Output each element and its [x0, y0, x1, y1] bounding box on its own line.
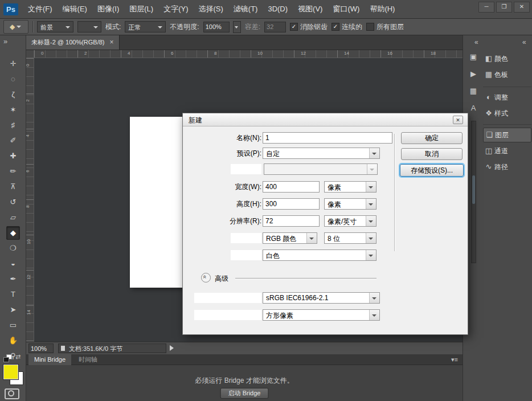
contiguous-checkbox[interactable]: ✓ 连续的	[332, 22, 362, 32]
preset-select[interactable]: 自定	[263, 148, 380, 159]
toolbar-collapse-button[interactable]: »	[3, 37, 7, 46]
menu-item-layer[interactable]: 图层(L)	[124, 0, 158, 18]
all-layers-label: 所有图层	[377, 22, 404, 32]
crop-tool-button[interactable]: ♯	[6, 118, 20, 132]
panel-icon-swatch-grid[interactable]: ▦	[466, 84, 481, 98]
chevron-down-icon	[91, 22, 101, 32]
all-layers-checkbox[interactable]: 所有图层	[366, 22, 404, 32]
foreground-color-swatch[interactable]	[3, 365, 18, 379]
panel-button-adjustments[interactable]: ◐调整	[483, 90, 531, 105]
tab-mini-bridge[interactable]: Mini Bridge	[28, 354, 71, 365]
menu-item-window[interactable]: 窗口(W)	[328, 0, 365, 18]
dock-collapse-button[interactable]: «	[474, 38, 478, 46]
panel-button-paths[interactable]: ∿路径	[483, 159, 531, 174]
width-input[interactable]	[263, 181, 320, 193]
panel-button-swatches[interactable]: ▦色板	[483, 67, 531, 82]
opacity-field[interactable]	[203, 22, 230, 32]
dialog-close-button[interactable]: ✕	[453, 116, 463, 124]
menu-item-file[interactable]: 文件(F)	[23, 0, 58, 18]
healing-brush-tool-button[interactable]: ✚	[6, 149, 20, 163]
marquee-tool-button[interactable]: ◌	[6, 72, 20, 86]
name-input[interactable]	[263, 132, 392, 144]
fill-source-select[interactable]: 前景	[37, 21, 73, 32]
dodge-tool-button[interactable]: ◒	[6, 257, 20, 271]
tolerance-field[interactable]	[264, 22, 286, 32]
scrollbar-thumb[interactable]	[472, 175, 475, 204]
ruler-label: 18	[431, 51, 436, 56]
hand-tool-button[interactable]: ✋	[6, 334, 20, 347]
panel-button-channels[interactable]: ◫通道	[483, 144, 531, 158]
rectangle-tool-button[interactable]: ▭	[6, 318, 20, 332]
menu-item-view[interactable]: 视图(V)	[293, 0, 328, 18]
mode-select[interactable]: 正常	[125, 21, 166, 32]
dock-scrollbar[interactable]	[471, 121, 476, 263]
resolution-input[interactable]	[263, 215, 320, 227]
tool-preset-picker[interactable]: ◆	[3, 20, 28, 34]
type-tool-button[interactable]: T	[6, 288, 20, 301]
maximize-button[interactable]: ❐	[496, 2, 512, 13]
color-mode-label-box	[231, 233, 261, 243]
anti-alias-checkbox[interactable]: ✓ 消除锯齿	[290, 22, 328, 32]
width-unit-select[interactable]: 像素	[324, 181, 377, 193]
brush-tool-button[interactable]: ✏	[6, 165, 20, 178]
menu-item-3d[interactable]: 3D(D)	[263, 0, 293, 18]
height-input[interactable]	[263, 198, 320, 210]
paint-bucket-tool-button[interactable]: ◆	[6, 226, 20, 240]
chevron-down-icon	[366, 199, 376, 209]
dock-collapse-button[interactable]: «	[522, 38, 526, 46]
minimize-button[interactable]: ─	[478, 2, 494, 13]
right-panel-dock: « « ▣ ▶ ▦ A ◧颜色 ▦色板 ◐调整 ❖样式 ❏图层 ◫通道 ∿路径	[463, 35, 532, 401]
background-contents-select[interactable]: 白色	[263, 249, 377, 261]
quick-mask-button[interactable]	[5, 388, 19, 399]
color-mode-select[interactable]: RGB 颜色	[263, 232, 317, 244]
menu-item-filter[interactable]: 滤镜(T)	[228, 0, 263, 18]
vertical-ruler[interactable]: 0 2 4 6 8 10 12 14	[26, 58, 34, 342]
color-profile-select[interactable]: sRGB IEC61966-2.1	[263, 292, 380, 304]
dialog-title-bar[interactable]: 新建 ✕	[183, 113, 468, 126]
lasso-tool-button[interactable]: ζ	[6, 88, 20, 101]
pixel-aspect-select[interactable]: 方形像素	[263, 309, 380, 321]
panel-button-color[interactable]: ◧颜色	[483, 51, 531, 66]
pen-tool-button[interactable]: ✒	[6, 272, 20, 286]
document-tab[interactable]: 未标题-2 @ 100%(RGB/8) ×	[26, 35, 120, 50]
eraser-tool-button[interactable]: ▱	[6, 211, 20, 224]
menu-item-image[interactable]: 图像(I)	[92, 0, 124, 18]
menu-item-help[interactable]: 帮助(H)	[365, 0, 400, 18]
menu-item-edit[interactable]: 编辑(E)	[58, 0, 92, 18]
path-selection-tool-button[interactable]: ➤	[6, 303, 20, 317]
advanced-toggle-button[interactable]: «	[201, 273, 211, 283]
panel-button-styles[interactable]: ❖样式	[483, 106, 531, 121]
cancel-button[interactable]: 取消	[401, 148, 463, 160]
history-brush-tool-button[interactable]: ↺	[6, 195, 20, 209]
height-unit-select[interactable]: 像素	[324, 198, 377, 210]
resolution-unit-select[interactable]: 像素/英寸	[324, 215, 377, 227]
horizontal-ruler[interactable]: 0 2 4 6 8 10 12 14 16 18	[34, 50, 463, 58]
menu-item-select[interactable]: 选择(S)	[193, 0, 228, 18]
ok-button[interactable]: 确定	[401, 132, 463, 144]
panel-button-layers[interactable]: ❏图层	[483, 128, 531, 142]
pattern-picker[interactable]	[77, 21, 101, 32]
zoom-level-field[interactable]	[28, 343, 54, 353]
height-label: 高度(H):	[194, 198, 261, 210]
menu-item-type[interactable]: 文字(Y)	[158, 0, 193, 18]
panel-icon-clone-source[interactable]: ▣	[466, 50, 481, 64]
clone-stamp-tool-button[interactable]: ⊼	[6, 180, 20, 194]
close-button[interactable]: ✕	[514, 2, 530, 13]
tab-timeline[interactable]: 时间轴	[73, 354, 103, 365]
launch-bridge-button[interactable]: 启动 Bridge	[220, 388, 269, 399]
rectangle-icon: ▭	[10, 321, 17, 329]
status-popup-icon[interactable]	[170, 345, 174, 351]
quick-selection-tool-button[interactable]: ✶	[6, 103, 20, 117]
photoshop-window: Ps 文件(F) 编辑(E) 图像(I) 图层(L) 文字(Y) 选择(S) 滤…	[0, 0, 532, 401]
default-colors-button[interactable]	[3, 354, 13, 362]
bit-depth-select[interactable]: 8 位	[324, 232, 377, 244]
move-tool-button[interactable]: ✛	[6, 57, 20, 71]
blur-tool-button[interactable]: ❍	[6, 242, 20, 255]
tab-close-icon[interactable]: ×	[110, 35, 114, 50]
panel-menu-icon[interactable]: ▾≡	[451, 354, 458, 365]
opacity-slider-arrow-icon[interactable]	[233, 21, 241, 33]
swap-colors-icon[interactable]: ⇄	[15, 353, 21, 361]
eyedropper-tool-button[interactable]: ✐	[6, 134, 20, 148]
panel-icon-play[interactable]: ▶	[466, 67, 481, 81]
save-preset-button[interactable]: 存储预设(S)...	[400, 164, 464, 177]
